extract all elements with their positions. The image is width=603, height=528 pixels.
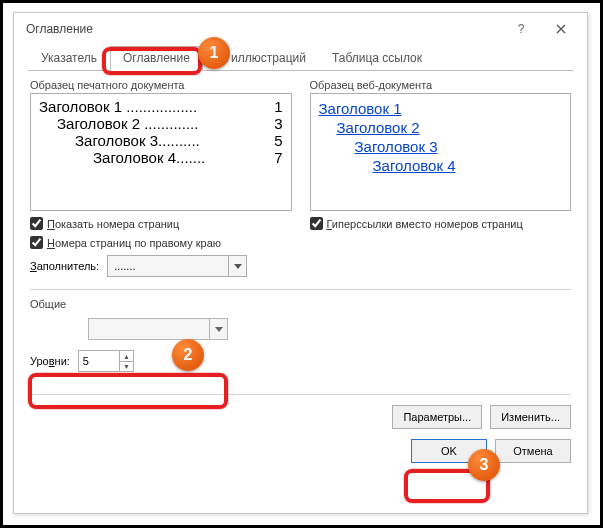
checkbox-right-align-input[interactable] <box>30 236 43 249</box>
tab-illustrations[interactable]: ок иллюстраций <box>203 46 319 71</box>
fill-label: Заполнитель: <box>30 260 99 272</box>
spinner-down[interactable]: ▼ <box>119 361 133 371</box>
checkbox-hyperlinks-input[interactable] <box>310 217 323 230</box>
print-preview: Заголовок 1 ................. 1 Заголово… <box>30 93 292 211</box>
checkbox-show-pages[interactable]: ППоказать номера страницоказать номера с… <box>30 217 292 230</box>
fill-combo[interactable]: ....... <box>107 255 247 277</box>
chevron-down-icon <box>209 319 227 339</box>
dialog-toc: Оглавление ? Указатель Оглавление ок илл… <box>13 12 588 514</box>
button-parameters[interactable]: Параметры... <box>392 405 482 429</box>
help-button[interactable]: ? <box>501 15 541 43</box>
tab-strip: Указатель Оглавление ок иллюстраций Табл… <box>28 45 573 71</box>
levels-spinner[interactable]: ▲ ▼ <box>78 350 134 372</box>
button-ok[interactable]: OK <box>411 439 487 463</box>
spinner-up[interactable]: ▲ <box>119 351 133 361</box>
button-cancel[interactable]: Отмена <box>495 439 571 463</box>
checkbox-show-pages-input[interactable] <box>30 217 43 230</box>
web-preview: Заголовок 1 Заголовок 2 Заголовок 3 Заго… <box>310 93 572 211</box>
title-bar: Оглавление ? <box>14 13 587 45</box>
general-label: Общие <box>30 298 571 310</box>
tab-references[interactable]: Таблица ссылок <box>319 46 435 71</box>
close-button[interactable] <box>541 15 581 43</box>
window-title: Оглавление <box>26 22 93 36</box>
checkbox-right-align[interactable]: Номера страниц по правому краю <box>30 236 292 249</box>
web-preview-label: Образец веб-документа <box>310 79 572 91</box>
levels-label: Уровни: <box>30 355 70 367</box>
print-preview-label: Образец печатного документа <box>30 79 292 91</box>
chevron-down-icon <box>228 256 246 276</box>
tab-toc[interactable]: Оглавление <box>110 46 203 71</box>
button-modify[interactable]: Изменить... <box>490 405 571 429</box>
tab-index[interactable]: Указатель <box>28 46 110 71</box>
fill-combo-value: ....... <box>108 260 228 272</box>
levels-input[interactable] <box>79 355 119 367</box>
format-combo[interactable] <box>88 318 228 340</box>
close-icon <box>556 24 566 34</box>
checkbox-hyperlinks[interactable]: Гиперссылки вместо номеров страниц <box>310 217 572 230</box>
